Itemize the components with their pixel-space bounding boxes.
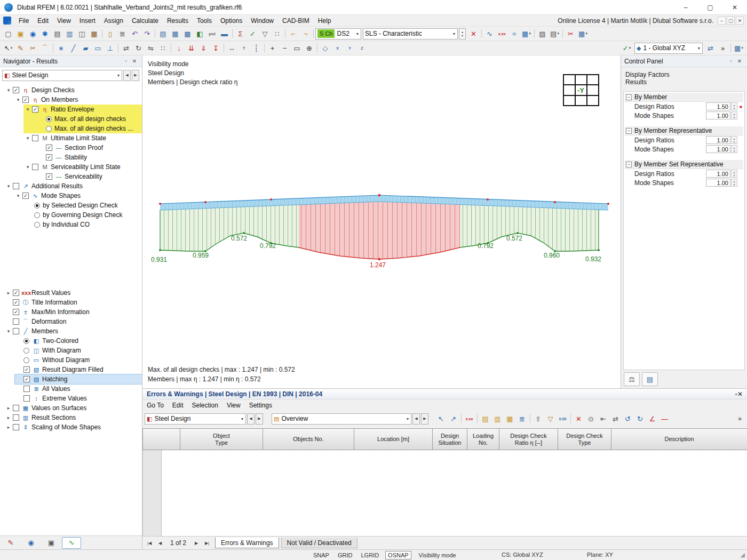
array-copy-icon[interactable]: ∷ xyxy=(157,42,169,54)
calculation-icon[interactable]: Σ xyxy=(234,28,247,39)
tree-item-serviceability[interactable]: ✓—Serviceability xyxy=(0,172,142,181)
errors-module-combo[interactable]: ◧ Steel Design ▾ xyxy=(145,413,246,425)
tree-item-without-diagram[interactable]: ▭Without Diagram xyxy=(0,355,142,365)
errors-menu-view[interactable]: View xyxy=(222,399,245,411)
expand-icon[interactable]: ▸ xyxy=(4,425,13,430)
factor-value-input[interactable]: 1.00 xyxy=(706,136,730,144)
expand-icon[interactable]: ▸ xyxy=(4,405,13,411)
checkbox[interactable] xyxy=(13,318,19,325)
tab-errors-warnings[interactable]: Errors & Warnings xyxy=(215,538,279,548)
print-icon[interactable]: ◫ xyxy=(76,28,88,39)
checkbox[interactable] xyxy=(13,424,19,430)
spin-up-icon[interactable]: ▴ xyxy=(462,30,463,34)
guidelines-icon[interactable]: ┆ xyxy=(250,42,263,54)
tree-item-all-values[interactable]: ≣All Values xyxy=(0,384,142,394)
menu-results[interactable]: Results xyxy=(163,15,193,27)
menu-file[interactable]: File xyxy=(14,15,33,27)
tree-item-with-diagram[interactable]: ◫With Diagram xyxy=(0,346,142,355)
toolbar-overflow-icon[interactable]: » xyxy=(735,415,745,422)
checkbox[interactable]: ✓ xyxy=(22,193,29,199)
next-table-button[interactable]: ▶ xyxy=(256,413,263,425)
tree-item-deformation[interactable]: ⌒Deformation xyxy=(0,317,142,326)
view-combo[interactable]: ◆ 1 - Global XYZ ▾ xyxy=(634,43,703,54)
dropdown-arrow-icon[interactable]: ▾ xyxy=(406,417,409,421)
apply-changes-icon[interactable]: ✓▾ xyxy=(621,42,633,54)
select-all-graphic-icon[interactable]: ↗ xyxy=(447,413,459,425)
checkbox[interactable]: ✓ xyxy=(13,299,19,306)
factor-spinner[interactable]: ▴▾ xyxy=(731,145,737,153)
tree-item-result-sections[interactable]: ▸▥Result Sections xyxy=(0,413,142,422)
search-magnifier-icon[interactable]: ⊙ xyxy=(585,413,597,425)
design-situation-combo[interactable]: SLS - Characteristic ▾ xyxy=(363,28,458,39)
checkbox[interactable]: ✓ xyxy=(13,87,19,93)
menu-edit[interactable]: Edit xyxy=(33,15,53,27)
spin-down-icon[interactable]: ▾ xyxy=(462,34,463,37)
free-line-load-icon[interactable]: ↧ xyxy=(210,42,222,54)
result-tables-icon[interactable]: ▦▾ xyxy=(520,28,533,39)
close-panel-icon[interactable]: ✕ xyxy=(130,57,139,66)
first-page-button[interactable]: |◀ xyxy=(145,538,154,548)
column-header-design-check-ratio[interactable]: Design Check Ratio η [--] xyxy=(499,429,558,450)
design-situations-icon[interactable]: ▽ xyxy=(259,28,271,39)
collapse-icon[interactable]: ▾ xyxy=(14,97,22,102)
toggle-grid[interactable]: GRID xyxy=(336,551,355,559)
go-to-graphic-icon[interactable]: ⇤ xyxy=(597,413,609,425)
tree-item-two-colored[interactable]: ◧Two-Colored xyxy=(0,336,142,346)
tree-item-ultimate-limit-state[interactable]: ▾MUltimate Limit State xyxy=(0,133,142,143)
checkbox[interactable]: ✓ xyxy=(23,376,30,382)
radio-button[interactable] xyxy=(23,348,29,354)
load-wizard-icon[interactable]: ⌐ xyxy=(287,28,299,39)
collapse-box-icon[interactable]: − xyxy=(626,94,632,100)
text-annotation-icon[interactable]: T xyxy=(238,42,250,54)
tree-item-title-information[interactable]: ✓ⓘTitle Information xyxy=(0,298,142,307)
radio-button[interactable] xyxy=(34,222,40,228)
checkbox[interactable] xyxy=(13,405,19,411)
trim-icon[interactable]: ✂ xyxy=(27,42,39,54)
show-both-icon[interactable]: ▩ xyxy=(181,28,194,39)
tree-item-max-of-all-design-checks[interactable]: Max. of all design checks ... xyxy=(0,124,142,133)
float-panel-icon[interactable]: ▫ xyxy=(727,57,735,66)
factor-value-input[interactable]: 1.00 xyxy=(706,170,730,178)
dropdown-arrow-icon[interactable]: ▾ xyxy=(697,46,701,51)
maximize-button[interactable]: ▢ xyxy=(698,0,722,15)
collapse-icon[interactable]: ▾ xyxy=(23,135,32,141)
checkbox[interactable] xyxy=(23,395,30,402)
tree-item-serviceability-limit-state[interactable]: ▾MServiceability Limit State xyxy=(0,162,142,172)
tree-item-members[interactable]: ▾╱Members xyxy=(0,326,142,336)
nodal-load-icon[interactable]: ↓ xyxy=(173,42,185,54)
tree-item-stability[interactable]: ✓—Stability xyxy=(0,153,142,162)
dimensions-icon[interactable]: ↔ xyxy=(226,42,238,54)
undo-icon[interactable]: ↶ xyxy=(129,28,141,39)
checkbox[interactable]: ✓ xyxy=(46,145,52,151)
fillet-icon[interactable]: ⌒ xyxy=(39,42,51,54)
new-opening-icon[interactable]: ▭ xyxy=(92,42,104,54)
start-table-icon[interactable]: ▤ xyxy=(479,413,491,425)
new-surface-icon[interactable]: ▰ xyxy=(80,42,92,54)
next-view-button[interactable]: ▶ xyxy=(421,413,428,425)
load-case-combo[interactable]: S Ch DS2 ▾ xyxy=(315,28,361,39)
show-tables-icon[interactable]: ▤ xyxy=(157,28,169,39)
errors-menu-selection[interactable]: Selection xyxy=(188,399,222,411)
angle-check-icon[interactable]: ∠ xyxy=(646,413,658,425)
radio-button[interactable] xyxy=(34,203,40,209)
show-table-grid-icon[interactable]: ▦ xyxy=(169,28,181,39)
display-properties-icon[interactable]: ▨ xyxy=(536,28,549,39)
navigator-toggle-icon[interactable]: ▤ xyxy=(51,28,63,39)
filter-funnel-icon[interactable]: ▽ xyxy=(544,413,557,425)
child-minimize-button[interactable]: – xyxy=(718,17,726,25)
toggle-osnap[interactable]: OSNAP xyxy=(385,551,411,559)
result-beam-icon[interactable]: — xyxy=(658,413,671,425)
child-restore-button[interactable]: ▢ xyxy=(727,17,735,25)
previous-module-button[interactable]: ◀ xyxy=(123,70,131,81)
relation-icon[interactable]: ⇄ xyxy=(609,413,622,425)
navigator-tab-display[interactable]: ◉ xyxy=(21,537,41,549)
checkbox[interactable] xyxy=(32,135,38,141)
last-page-button[interactable]: ▶| xyxy=(202,538,212,548)
factor-value-input[interactable]: 1.50 xyxy=(706,102,730,110)
panel-toggle-icon[interactable]: ▤ xyxy=(642,372,658,386)
new-node-icon[interactable]: ∗ xyxy=(55,42,67,54)
close-button[interactable]: ✕ xyxy=(722,0,747,15)
delete-rows-icon[interactable]: ✕ xyxy=(573,413,585,425)
dropdown-arrow-icon[interactable]: ▾ xyxy=(241,417,244,421)
check-model-icon[interactable]: ✓ xyxy=(247,28,259,39)
